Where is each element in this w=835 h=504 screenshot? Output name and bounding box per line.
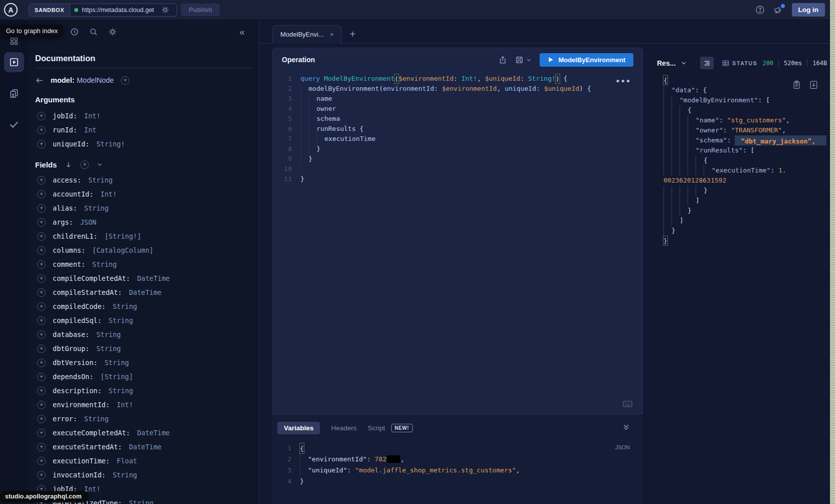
add-to-operation-icon[interactable]: + — [37, 373, 46, 381]
code-line: 7executionTime — [273, 134, 642, 144]
operation-editor[interactable]: 1query ModelByEnvironment($environmentId… — [273, 71, 642, 414]
endpoint-settings-gear-icon[interactable] — [161, 6, 169, 14]
add-field-icon[interactable]: + — [121, 76, 129, 85]
table-view-icon[interactable] — [719, 57, 732, 69]
add-all-fields-icon[interactable]: + — [80, 160, 89, 169]
code-line: 4} — [272, 476, 643, 487]
code-line: 0023620128631592 — [663, 176, 830, 186]
doc-field-row[interactable]: +access:String — [35, 173, 252, 187]
search-icon[interactable] — [89, 28, 98, 36]
response-dropdown-chevron-icon[interactable] — [681, 60, 687, 66]
sort-descending-icon[interactable] — [65, 161, 72, 169]
download-response-icon[interactable] — [809, 80, 818, 89]
doc-field-row[interactable]: +compileCompletedAt:DateTime — [35, 271, 252, 285]
add-to-operation-icon[interactable]: + — [37, 316, 46, 325]
add-to-operation-icon[interactable]: + — [37, 218, 46, 227]
breadcrumb-type-link[interactable]: ModelNode — [77, 76, 114, 84]
add-to-operation-icon[interactable]: + — [37, 401, 46, 409]
settings-gear-icon[interactable] — [108, 28, 117, 36]
add-to-operation-icon[interactable]: + — [37, 457, 46, 465]
add-to-operation-icon[interactable]: + — [37, 415, 46, 423]
doc-field-row[interactable]: +error:String — [35, 412, 252, 426]
argument-row[interactable]: +uniqueId:String! — [35, 137, 252, 151]
add-to-operation-icon[interactable]: + — [37, 274, 46, 283]
add-to-operation-icon[interactable]: + — [37, 387, 46, 395]
endpoint-url-field[interactable]: https://metadata.cloud.get — [70, 4, 177, 16]
add-to-operation-icon[interactable]: + — [37, 429, 46, 437]
field-name: dbtGroup: — [53, 345, 89, 353]
doc-field-row[interactable]: +executeStartedAt:DateTime — [35, 440, 252, 454]
doc-field-row[interactable]: +dbtGroup:String — [35, 342, 252, 356]
chevron-down-icon[interactable] — [97, 161, 103, 167]
add-to-operation-icon[interactable]: + — [37, 190, 46, 199]
doc-field-row[interactable]: +executionTime:Float — [35, 454, 252, 468]
variables-tab-headers[interactable]: Headers — [331, 422, 357, 434]
field-name: columns: — [53, 246, 85, 254]
doc-field-row[interactable]: +alias:String — [35, 201, 252, 215]
add-to-operation-icon[interactable]: + — [37, 471, 46, 479]
add-to-operation-icon[interactable]: + — [37, 176, 46, 185]
new-tab-button[interactable]: + — [350, 29, 356, 39]
doc-field-row[interactable]: +dependsOn:[String] — [35, 370, 252, 384]
save-options-chevron-icon[interactable] — [526, 57, 532, 63]
add-to-operation-icon[interactable]: + — [37, 345, 46, 353]
variables-editor[interactable]: 1{2"environmentId": 782,3"uniqueId": "mo… — [272, 443, 643, 487]
add-to-operation-icon[interactable]: + — [37, 443, 46, 451]
status-code: 200 — [762, 60, 773, 67]
add-to-operation-icon[interactable]: + — [37, 260, 46, 269]
close-tab-icon[interactable]: × — [330, 31, 334, 38]
operation-card: Operation — [272, 48, 643, 414]
copy-response-icon[interactable] — [792, 80, 801, 89]
back-arrow-icon[interactable] — [35, 76, 44, 85]
add-to-operation-icon[interactable]: + — [37, 112, 46, 120]
argument-row[interactable]: +runId:Int — [35, 123, 252, 137]
add-to-operation-icon[interactable]: + — [37, 330, 46, 339]
format-view-icon[interactable] — [700, 57, 714, 69]
argument-row[interactable]: +jobId:Int! — [35, 109, 252, 123]
variables-tab-script[interactable]: Script — [368, 422, 385, 434]
tab-modelbyenvironment[interactable]: ModelByEnvi... × — [272, 25, 342, 44]
add-to-operation-icon[interactable]: + — [37, 246, 46, 255]
graph-index-icon[interactable] — [10, 37, 18, 45]
announcements-megaphone-icon[interactable] — [773, 6, 783, 15]
share-icon[interactable] — [498, 56, 507, 64]
field-type: Float — [117, 457, 137, 465]
doc-field-row[interactable]: +accountId:Int! — [35, 187, 252, 201]
code-line: } — [663, 226, 830, 236]
run-operation-button[interactable]: ModelByEnvironment — [540, 53, 633, 67]
doc-field-row[interactable]: +database:String — [35, 327, 252, 342]
sidebar-item-operations[interactable] — [4, 52, 24, 72]
doc-field-row[interactable]: +compiledSql:String — [35, 313, 252, 327]
add-to-operation-icon[interactable]: + — [37, 359, 46, 367]
doc-field-row[interactable]: +environmentId:Int! — [35, 398, 252, 412]
apollo-logo[interactable]: A — [4, 3, 18, 17]
add-to-operation-icon[interactable]: + — [37, 140, 46, 148]
doc-field-row[interactable]: +compiledCode:String — [35, 299, 252, 313]
history-icon[interactable] — [70, 28, 79, 36]
doc-field-row[interactable]: +description:String — [35, 384, 252, 398]
doc-field-row[interactable]: +childrenL1:[String!] — [35, 229, 252, 243]
doc-field-row[interactable]: +columns:[CatalogColumn] — [35, 243, 252, 257]
help-icon[interactable] — [755, 5, 765, 15]
save-icon[interactable] — [515, 56, 524, 64]
publish-button[interactable]: Publish — [181, 4, 220, 16]
doc-field-row[interactable]: +executeCompletedAt:DateTime — [35, 426, 252, 440]
add-to-operation-icon[interactable]: + — [37, 302, 46, 311]
operation-overflow-menu-icon[interactable]: ●●● — [616, 77, 631, 84]
doc-field-row[interactable]: +invocationId:String — [35, 468, 252, 482]
doc-field-row[interactable]: +dbtVersion:String — [35, 356, 252, 370]
sidebar-item-checks[interactable] — [4, 114, 24, 134]
add-to-operation-icon[interactable]: + — [37, 126, 46, 134]
collapse-panel-icon[interactable]: « — [239, 27, 245, 37]
collapse-variables-icon[interactable] — [622, 423, 630, 431]
doc-field-row[interactable]: +comment:String — [35, 257, 252, 271]
keyboard-shortcuts-icon[interactable] — [623, 400, 632, 408]
add-to-operation-icon[interactable]: + — [37, 232, 46, 241]
doc-field-row[interactable]: +compileStartedAt:DateTime — [35, 285, 252, 299]
add-to-operation-icon[interactable]: + — [37, 204, 46, 213]
add-to-operation-icon[interactable]: + — [37, 288, 46, 297]
sidebar-item-schema-diff[interactable] — [4, 83, 24, 103]
login-button[interactable]: Log in — [792, 3, 825, 17]
doc-field-row[interactable]: +args:JSON — [35, 215, 252, 229]
variables-tab-variables[interactable]: Variables — [277, 422, 320, 434]
